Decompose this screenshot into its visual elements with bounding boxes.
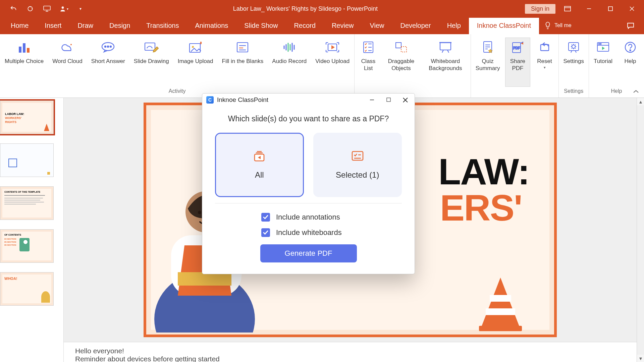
video-upload-button[interactable]: Video Upload (312, 38, 353, 87)
word-cloud-button[interactable]: Word Cloud (49, 38, 86, 87)
slide-thumbnail-5[interactable]: WHOA! (0, 272, 54, 306)
option-all-slides[interactable]: All (215, 133, 304, 197)
settings-button[interactable]: Settings (560, 38, 587, 87)
sign-in-button[interactable]: Sign in (525, 4, 555, 14)
slide-thumbnail-4[interactable]: OF CONTENTS 04 SECTION 05 SECTION 06 SEC… (0, 229, 54, 263)
option-selected-slides[interactable]: Selected (1) (313, 133, 402, 197)
multiple-choice-button[interactable]: Multiple Choice (1, 38, 47, 87)
tab-transitions[interactable]: Transitions (138, 18, 187, 34)
pdf-share-icon: PDF (510, 40, 525, 55)
maximize-button[interactable] (601, 2, 620, 15)
tutorial-button[interactable]: Tutorial (590, 38, 616, 87)
tell-me-search[interactable]: Tell me (544, 21, 572, 34)
ribbon-label: Reset (537, 58, 552, 65)
speaker-notes[interactable]: Hello everyone! Reminder about devices b… (64, 342, 637, 362)
svg-rect-35 (401, 47, 407, 52)
tab-design[interactable]: Design (101, 18, 138, 34)
tab-insert[interactable]: Insert (37, 18, 69, 34)
present-from-start-button[interactable] (42, 3, 52, 14)
lightbulb-icon (544, 21, 551, 29)
ribbon-group-label: Settings (560, 87, 587, 96)
audio-record-button[interactable]: Audio Record (269, 38, 310, 87)
undo-button[interactable] (8, 3, 19, 14)
tab-slide-show[interactable]: Slide Show (236, 18, 286, 34)
share-pdf-button[interactable]: PDF Share PDF (505, 38, 530, 87)
tab-developer[interactable]: Developer (392, 18, 439, 34)
slide-thumbnail-3[interactable]: CONTENTS OF THIS TEMPLATE (0, 186, 54, 220)
draggable-objects-button[interactable]: Draggable Objects (383, 38, 420, 87)
short-answer-button[interactable]: Short Answer (88, 38, 128, 87)
tab-animations[interactable]: Animations (187, 18, 236, 34)
class-list-button[interactable]: Class List (356, 38, 381, 87)
scroll-up-arrow[interactable]: ▴ (637, 98, 644, 105)
slide-drawing-button[interactable]: Slide Drawing (130, 38, 172, 87)
svg-rect-36 (440, 43, 451, 50)
quiz-summary-button[interactable]: Quiz Summary (472, 38, 503, 87)
dialog-titlebar[interactable]: C Inknoe ClassPoint (202, 94, 415, 106)
vertical-scrollbar[interactable]: ▴ ▾ (637, 98, 644, 362)
tab-record[interactable]: Record (286, 18, 323, 34)
chevron-down-icon: ▾ (544, 65, 546, 70)
help-circle-icon (623, 40, 638, 55)
svg-rect-5 (608, 7, 612, 11)
tab-review[interactable]: Review (324, 18, 362, 34)
ribbon-label: Audio Record (272, 58, 307, 65)
include-annotations-checkbox[interactable] (261, 213, 270, 222)
dialog-close-button[interactable] (403, 98, 408, 103)
include-whiteboards-checkbox[interactable] (261, 228, 270, 237)
slide-thumbnails-panel[interactable]: LABOR LAW: WORKERS' RIGHTS CONTENTS OF T… (0, 98, 64, 362)
svg-rect-19 (237, 43, 248, 52)
svg-point-14 (107, 46, 109, 47)
tab-view[interactable]: View (362, 18, 392, 34)
close-button[interactable] (623, 2, 641, 15)
slide-thumbnail-1[interactable]: LABOR LAW: WORKERS' RIGHTS (0, 101, 54, 134)
ribbon-label: Word Cloud (52, 58, 82, 65)
window-title: Labor Law_ Workers' Rights by Slidesgo -… (86, 5, 525, 12)
fill-blanks-button[interactable]: Fill in the Blanks (219, 38, 267, 87)
dialog-question: Which slide(s) do you want to share as a… (215, 114, 402, 123)
svg-rect-10 (27, 48, 30, 53)
tab-inknoe-classpoint[interactable]: Inknoe ClassPoint (469, 18, 539, 34)
checkbox-label: Include whiteboards (276, 228, 342, 237)
whiteboard-backgrounds-button[interactable]: Whiteboard Backgrounds (422, 38, 469, 87)
ribbon-label: Tutorial (594, 58, 612, 65)
comments-button[interactable] (627, 22, 641, 34)
image-upload-button[interactable]: Image Upload (174, 38, 217, 87)
dialog-maximize-button[interactable] (386, 98, 391, 103)
generate-pdf-button[interactable]: Generate PDF (260, 244, 357, 262)
slide-thumbnail-2[interactable] (0, 143, 54, 177)
svg-rect-46 (569, 43, 579, 51)
tab-home[interactable]: Home (3, 18, 37, 34)
dialog-minimize-button[interactable] (370, 98, 374, 103)
tab-draw[interactable]: Draw (69, 18, 101, 34)
redo-button[interactable] (25, 3, 36, 14)
ribbon-label: Video Upload (315, 58, 350, 65)
image-up-icon (188, 40, 203, 55)
qat-customize-dropdown[interactable]: ▾ (75, 3, 86, 14)
list-stars-icon (361, 40, 376, 55)
account-dropdown[interactable]: ▾ (58, 3, 69, 14)
notes-line: Hello everyone! (75, 347, 625, 355)
collapse-ribbon-button[interactable] (633, 89, 639, 94)
scroll-down-arrow[interactable]: ▾ (637, 355, 644, 362)
dialog-title: Inknoe ClassPoint (217, 96, 268, 104)
doc-star-icon (480, 40, 495, 55)
traffic-cone-graphic (481, 274, 521, 331)
svg-point-13 (105, 46, 106, 47)
svg-point-51 (600, 44, 601, 45)
tab-help[interactable]: Help (439, 18, 469, 34)
play-window-icon (595, 40, 611, 55)
title-bar: ▾ ▾ Labor Law_ Workers' Rights by Slides… (0, 0, 644, 17)
help-button[interactable]: Help (618, 38, 643, 87)
svg-rect-34 (396, 43, 401, 48)
divider (215, 203, 402, 203)
minimize-button[interactable] (580, 2, 598, 15)
svg-point-11 (70, 44, 72, 45)
ribbon-label: Draggable Objects (386, 58, 416, 72)
svg-point-53 (630, 50, 631, 51)
svg-point-18 (192, 46, 194, 48)
svg-point-50 (598, 44, 599, 45)
svg-point-15 (110, 46, 111, 47)
ribbon-display-icon[interactable] (558, 2, 577, 15)
reset-button[interactable]: Reset ▾ (532, 38, 557, 87)
